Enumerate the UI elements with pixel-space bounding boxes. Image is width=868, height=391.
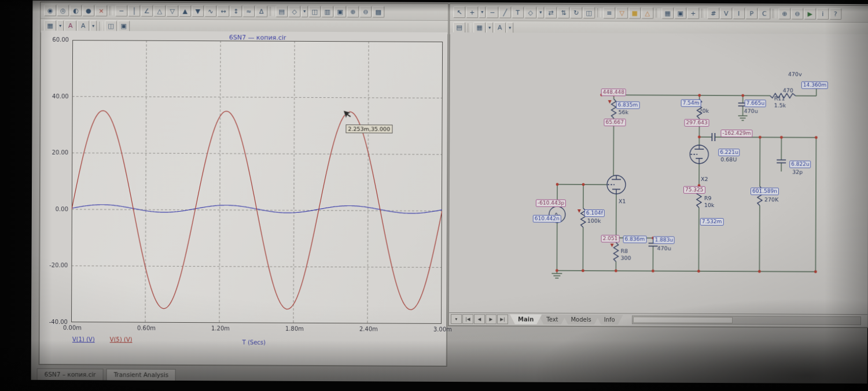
phase-tag-icon[interactable]: ∆: [255, 6, 267, 17]
node-voltage-label[interactable]: 65.667: [604, 119, 626, 126]
run-icon[interactable]: ▶: [804, 8, 816, 20]
first-page-button[interactable]: |◀: [462, 314, 473, 324]
current-value-label[interactable]: 7.54m: [681, 99, 701, 107]
node-voltage-label[interactable]: 75.325: [683, 186, 705, 194]
picture-icon[interactable]: ▤: [453, 22, 465, 34]
probe-mode-icon[interactable]: ●: [82, 5, 94, 16]
diagonal-wire-icon[interactable]: ╱: [499, 6, 511, 18]
component-label[interactable]: X2: [701, 176, 708, 182]
component-label[interactable]: 470u: [657, 245, 671, 252]
stamp-icon[interactable]: ▩: [372, 6, 384, 17]
pages-icon[interactable]: ▥: [321, 6, 333, 17]
legend-item[interactable]: V(5) (V): [110, 336, 133, 342]
graphics-mode-icon[interactable]: ◇: [524, 7, 536, 19]
component-label[interactable]: 470v: [788, 71, 802, 78]
select-arrow-icon[interactable]: ↖: [453, 6, 465, 18]
current-value-label[interactable]: 7.665u: [745, 99, 767, 107]
current-value-label[interactable]: 7.532m: [700, 218, 724, 226]
prev-page-button[interactable]: ◀: [474, 314, 485, 324]
page-menu-button[interactable]: ▾: [451, 314, 462, 324]
trace-v5[interactable]: [71, 110, 442, 309]
plot-frame[interactable]: [71, 40, 443, 324]
schematic-region[interactable]: ∿ 448.44865.6672: [449, 32, 868, 314]
component-label[interactable]: 0.68U: [720, 156, 737, 163]
next-page-button[interactable]: ▶: [486, 314, 496, 324]
grid-caret[interactable]: ▾: [57, 20, 64, 32]
scrollbar-thumb[interactable]: [633, 316, 733, 323]
amplitude-tag-icon[interactable]: ↕: [230, 5, 242, 17]
cross-hair-icon[interactable]: +: [687, 8, 699, 19]
flip-x-icon[interactable]: ⇄: [545, 7, 557, 19]
window-tab-transient-analysis[interactable]: Transient Analysis: [106, 368, 176, 381]
zoom-in-icon[interactable]: ⊕: [778, 8, 790, 19]
warning-icon[interactable]: △: [641, 7, 653, 19]
page-tab-text[interactable]: Text: [538, 315, 566, 324]
component-label[interactable]: X1: [619, 198, 626, 204]
zoom-window-icon[interactable]: ▣: [334, 6, 346, 17]
component-label[interactable]: 32p: [792, 169, 803, 175]
display-grid-icon[interactable]: ▦: [44, 20, 56, 31]
frequency-tag-icon[interactable]: ≈: [242, 5, 255, 17]
slope-tag-icon[interactable]: ∠: [141, 5, 153, 17]
vertical-tag-icon[interactable]: │: [128, 5, 140, 17]
component-label[interactable]: 100k: [587, 217, 601, 224]
help-icon[interactable]: ?: [829, 8, 841, 20]
page-tab-info[interactable]: Info: [596, 315, 623, 324]
node-voltage-label[interactable]: 448.448: [601, 88, 626, 96]
border-icon[interactable]: ▣: [674, 8, 686, 19]
component-label[interactable]: 300: [620, 254, 631, 261]
node-voltage-label[interactable]: 297.643: [684, 119, 709, 127]
window-tab-schematic[interactable]: 6SN7 – копия.cir: [37, 368, 104, 381]
zoom-out-icon[interactable]: ⊖: [791, 8, 803, 20]
properties-icon[interactable]: ▤: [275, 6, 288, 17]
display-grid-icon[interactable]: ▦: [473, 22, 486, 34]
flip-y-icon[interactable]: ⇅: [557, 7, 569, 19]
valley-tag-icon[interactable]: ▽: [166, 5, 178, 17]
current-value-label[interactable]: 6.104f: [584, 209, 605, 217]
current-value-label[interactable]: 6.221u: [718, 149, 740, 156]
component-label[interactable]: 1.5k: [774, 102, 786, 108]
powers-icon[interactable]: P: [745, 8, 757, 19]
page-tab-main[interactable]: Main: [510, 314, 542, 324]
node-numbers-icon[interactable]: #: [707, 8, 719, 19]
text-mode-icon[interactable]: T: [512, 6, 524, 18]
step-box-icon[interactable]: ≡: [603, 7, 615, 19]
graphics-caret[interactable]: ▾: [301, 6, 308, 17]
horizontal-scrollbar[interactable]: [632, 315, 861, 325]
component-label[interactable]: 10k: [704, 202, 715, 208]
current-value-label[interactable]: 6.822u: [789, 161, 811, 168]
component-label[interactable]: 56k: [619, 109, 629, 115]
current-value-label[interactable]: 6.835m: [616, 101, 640, 109]
peak-tag-icon[interactable]: △: [153, 5, 165, 17]
copy-window-icon[interactable]: ▣: [117, 20, 130, 32]
copy-icon[interactable]: ◫: [308, 6, 321, 17]
grid-caret[interactable]: ▾: [486, 22, 493, 34]
component-mode-icon[interactable]: +: [466, 6, 478, 18]
mirror-icon[interactable]: ◫: [583, 7, 595, 19]
component-label[interactable]: 20k: [699, 108, 709, 114]
zoom-out-icon[interactable]: ⊖: [359, 6, 372, 17]
high-tag-icon[interactable]: ▲: [179, 5, 191, 17]
region-icon[interactable]: ▽: [616, 7, 628, 19]
node-voltage-label[interactable]: -610.443p: [536, 200, 566, 207]
component-caret[interactable]: ▾: [479, 6, 486, 18]
inflection-tag-icon[interactable]: ∿: [204, 5, 216, 17]
text-icon[interactable]: A: [494, 22, 506, 34]
current-value-label[interactable]: 6.836m: [623, 235, 647, 243]
component-label[interactable]: 270K: [764, 196, 778, 202]
conditions-icon[interactable]: C: [758, 8, 770, 19]
info-icon[interactable]: i: [816, 8, 829, 20]
select-mode-icon[interactable]: ◉: [44, 5, 56, 16]
page-tab-models[interactable]: Models: [562, 315, 599, 324]
color-icon[interactable]: ■: [628, 7, 641, 19]
horizontal-tag-icon[interactable]: ─: [115, 5, 127, 16]
last-page-button[interactable]: ▶|: [497, 314, 508, 324]
component-label[interactable]: R9: [704, 195, 712, 201]
low-tag-icon[interactable]: ▼: [192, 5, 204, 17]
node-voltage-label[interactable]: -162.429m: [720, 130, 752, 137]
current-value-label[interactable]: 610.442n: [533, 215, 561, 223]
node-voltages-icon[interactable]: V: [720, 8, 732, 19]
grid-icon[interactable]: ▦: [661, 8, 674, 19]
font-icon[interactable]: A: [77, 20, 89, 32]
legend-item[interactable]: V(1) (V): [72, 336, 95, 342]
